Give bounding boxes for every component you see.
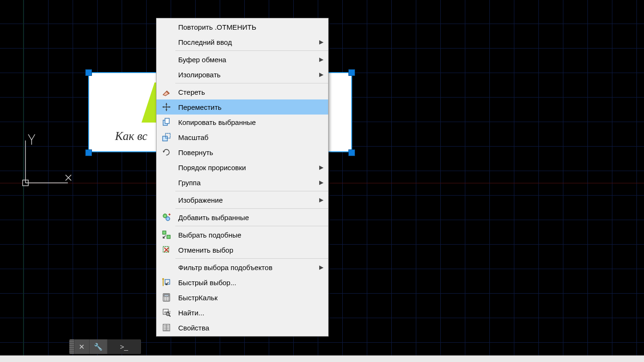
menu-item-label: Свойства [176,324,317,332]
menu-item-label: Группа [176,179,317,187]
menu-item-label: Найти... [176,309,317,317]
menu-item-label: БыстрКальк [176,294,317,302]
image-caption: Как вс е [115,130,148,143]
svg-rect-28 [168,297,169,299]
menu-item[interactable]: Свойства [157,320,328,335]
menu-item[interactable]: Порядок прорисовки▶ [157,160,328,175]
svg-rect-23 [164,295,169,296]
svg-rect-17 [163,231,166,234]
menu-item-label: Масштаб [176,133,317,141]
svg-line-3 [66,175,71,181]
add-selected-icon [157,213,176,222]
menu-item[interactable]: ABCНайти... [157,305,328,320]
quick-select-icon [157,278,176,287]
menu-item[interactable]: Масштаб [157,130,328,145]
menu-separator [175,208,328,209]
command-bar-close-button[interactable]: ✕ [74,339,90,354]
menu-item[interactable]: Повторить .ОТМЕНИТЬ [157,19,328,34]
menu-item[interactable]: Стереть [157,84,328,99]
properties-icon [157,323,176,332]
menu-item-label: Отменить выбор [176,246,317,254]
wrench-icon: 🔧 [94,343,103,351]
svg-rect-29 [168,299,169,301]
submenu-arrow-icon: ▶ [317,56,323,63]
scale-icon [157,132,176,142]
quickcalc-icon [157,293,176,302]
svg-rect-24 [164,297,165,299]
submenu-arrow-icon: ▶ [317,179,323,186]
find-icon: ABC [157,308,176,317]
submenu-arrow-icon: ▶ [317,164,323,171]
close-icon: ✕ [79,343,85,351]
menu-item[interactable]: Группа▶ [157,175,328,190]
menu-separator [175,258,328,259]
menu-item[interactable]: Буфер обмена▶ [157,52,328,67]
menu-item[interactable]: Копировать выбранные [157,115,328,130]
svg-line-6 [32,134,35,140]
menu-item-label: Добавить выбранные [176,214,317,222]
select-similar-icon [157,230,176,239]
menu-item-label: Выбрать подобные [176,231,317,239]
prompt-icon: >_ [120,343,128,351]
move-icon [157,102,176,112]
command-bar-grip[interactable] [69,339,74,354]
menu-item[interactable]: Изолировать▶ [157,67,328,82]
svg-rect-18 [167,235,170,239]
svg-rect-27 [166,299,167,301]
grip-top-right[interactable] [348,69,355,76]
menu-item[interactable]: Фильтр выбора подобъектов▶ [157,260,328,275]
menu-item-label: Повторить .ОТМЕНИТЬ [176,23,317,31]
menu-item-label: Повернуть [176,148,317,156]
menu-item-label: Быстрый выбор... [176,279,317,287]
menu-item-label: Изолировать [176,71,317,79]
menu-item[interactable]: Переместить [157,99,328,115]
menu-item[interactable]: БыстрКальк [157,290,328,305]
menu-item[interactable]: Быстрый выбор... [157,275,328,290]
context-menu[interactable]: Повторить .ОТМЕНИТЬПоследний ввод▶Буфер … [156,18,329,337]
menu-item-label: Фильтр выбора подобъектов [176,263,317,272]
svg-line-4 [66,175,71,181]
menu-item[interactable]: Добавить выбранные [157,210,328,225]
command-bar[interactable]: ✕ 🔧 >_ [69,339,141,354]
image-caption-left: Как вс [115,130,148,142]
menu-item-label: Порядок прорисовки [176,164,317,172]
menu-separator [175,226,328,226]
menu-separator [175,50,328,51]
svg-rect-25 [164,299,165,301]
command-bar-settings-button[interactable]: 🔧 [90,339,107,354]
svg-point-16 [166,217,170,221]
menu-item-label: Буфер обмена [176,56,317,64]
axis-y-line [23,0,24,362]
svg-line-5 [28,134,32,140]
menu-separator [175,83,328,83]
submenu-arrow-icon: ▶ [317,71,323,78]
command-prompt-button[interactable]: >_ [107,339,141,354]
menu-item-label: Стереть [176,88,317,96]
menu-item-label: Копировать выбранные [176,118,317,126]
svg-rect-26 [166,297,167,299]
grip-top-left[interactable] [85,69,92,76]
menu-item[interactable]: Изображение▶ [157,192,328,207]
menu-item-label: Переместить [176,103,317,111]
menu-item[interactable]: Отменить выбор [157,242,328,257]
menu-separator [175,191,328,191]
deselect-icon [157,245,176,255]
rotate-icon [157,148,176,157]
ucs-icon [22,133,74,188]
submenu-arrow-icon: ▶ [317,39,323,45]
svg-point-20 [162,278,164,280]
svg-rect-12 [165,118,169,123]
svg-line-33 [169,315,171,317]
menu-item[interactable]: Выбрать подобные [157,227,328,242]
grip-bottom-right[interactable] [348,149,355,156]
svg-rect-13 [163,136,167,141]
submenu-arrow-icon: ▶ [317,264,323,271]
menu-item[interactable]: Повернуть [157,145,328,160]
grip-bottom-left[interactable] [85,149,92,156]
menu-item[interactable]: Последний ввод▶ [157,34,328,49]
menu-item-label: Изображение [176,196,317,204]
submenu-arrow-icon: ▶ [317,197,323,203]
erase-icon [157,87,176,97]
layout-tab-strip[interactable] [0,355,644,362]
menu-item-label: Последний ввод [176,38,317,46]
